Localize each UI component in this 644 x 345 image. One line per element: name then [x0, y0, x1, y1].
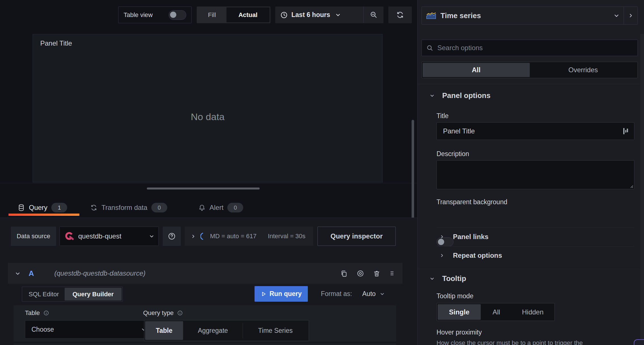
query-builder-panel: Table Query type Choose Table Aggregate … — [14, 305, 396, 342]
run-query-button[interactable]: Run query — [255, 286, 308, 302]
refresh-icon — [396, 11, 404, 19]
tooltip-mode-all[interactable]: All — [481, 304, 512, 320]
tooltip-mode-switch: Single All Hidden — [437, 303, 555, 321]
collapse-options-pane-button[interactable] — [624, 7, 637, 24]
question-circle-icon — [168, 232, 176, 240]
query-type-table[interactable]: Table — [145, 321, 183, 340]
database-icon — [18, 204, 25, 212]
resize-handle-icon[interactable] — [629, 184, 633, 188]
chevron-down-icon — [430, 93, 434, 98]
datasource-help-button[interactable] — [163, 227, 181, 246]
filter-all-tab[interactable]: All — [423, 63, 530, 77]
table-select[interactable]: Choose — [25, 320, 152, 338]
title-field-label: Title — [437, 112, 449, 120]
search-icon — [426, 44, 433, 52]
tab-transform-label: Transform data — [101, 204, 147, 212]
tab-alert-count: 0 — [227, 203, 243, 212]
datasource-label: Data source — [11, 227, 56, 246]
query-options-summary[interactable]: MD = auto = 617 Interval = 30s — [185, 227, 313, 246]
bell-icon — [198, 204, 206, 212]
right-scrollbar-track[interactable] — [640, 34, 644, 345]
drag-handle-icon[interactable] — [389, 269, 395, 277]
format-as-label: Format as: — [321, 290, 352, 298]
filter-overrides-tab[interactable]: Overrides — [530, 63, 637, 77]
hide-query-eye-icon[interactable] — [356, 270, 365, 277]
query-datasource-hint: (questdb-questdb-datasource) — [54, 269, 146, 277]
chevron-right-icon — [191, 234, 195, 238]
panel-links-section-header[interactable]: Panel links — [440, 233, 488, 241]
max-datapoints-summary: MD = auto = 617 — [210, 233, 257, 240]
time-range-button[interactable]: Last 6 hours — [275, 7, 363, 23]
table-view-toggle-button[interactable]: Table view — [118, 7, 192, 23]
refresh-dashboard-button[interactable] — [388, 7, 412, 23]
interval-summary: Interval = 30s — [268, 233, 306, 240]
tooltip-mode-label: Tooltip mode — [437, 292, 473, 300]
play-icon — [261, 291, 266, 297]
delete-query-trash-icon[interactable] — [373, 270, 380, 277]
visualization-select[interactable]: Time series — [422, 11, 624, 20]
info-circle-icon[interactable] — [177, 310, 183, 316]
toggle-knob — [170, 12, 176, 18]
chevron-down-icon — [430, 276, 434, 281]
query-type-switch: Table Aggregate Time Series — [144, 320, 309, 341]
zoom-out-time-range-button[interactable] — [364, 7, 384, 23]
active-tab-underline — [9, 214, 79, 216]
query-builder-option[interactable]: Query Builder — [65, 288, 122, 301]
tooltip-mode-single[interactable]: Single — [438, 304, 481, 320]
panel-description-input[interactable] — [437, 161, 634, 189]
horizontal-scrollbar[interactable] — [147, 188, 260, 189]
query-type-aggregate[interactable]: Aggregate — [183, 321, 243, 340]
query-type-time-series[interactable]: Time Series — [243, 321, 308, 340]
time-range-label: Last 6 hours — [291, 11, 330, 19]
description-field-label: Description — [437, 150, 469, 158]
table-view-label: Table view — [124, 11, 153, 19]
panel-options-section-header[interactable]: Panel options — [430, 91, 490, 100]
tab-alert[interactable]: Alert 0 — [198, 198, 243, 217]
info-circle-icon[interactable] — [43, 310, 49, 316]
divider — [437, 246, 634, 246]
hover-proximity-label: Hover proximity — [437, 329, 482, 336]
table-view-toggle[interactable] — [169, 10, 186, 20]
chevron-down-icon — [149, 234, 154, 238]
tab-transform-data[interactable]: Transform data 0 — [90, 198, 167, 217]
datasource-picker[interactable]: questdb-quest — [60, 227, 159, 246]
tooltip-section-header[interactable]: Tooltip — [430, 274, 466, 283]
panel-header-title[interactable]: Panel Title — [40, 39, 72, 47]
options-search-input[interactable] — [437, 44, 633, 52]
visualization-name: Time series — [440, 11, 481, 20]
panel-title-field[interactable] — [437, 122, 634, 140]
questdb-logo-icon — [64, 231, 75, 241]
chevron-down-icon — [336, 12, 340, 17]
grafana-panel-editor: { "toolbar": { "table_view_label": "Tabl… — [0, 0, 644, 345]
query-inspector-button[interactable]: Query inspector — [317, 227, 396, 246]
format-as-select[interactable]: Auto — [362, 290, 384, 298]
chevron-right-icon — [440, 254, 444, 257]
loading-spinner-fragment — [200, 233, 203, 240]
corner-widget-fragment[interactable] — [634, 339, 644, 345]
panel-preview[interactable]: Panel Title No data — [33, 34, 383, 182]
left-vertical-scrollbar[interactable] — [412, 120, 414, 227]
chevron-down-icon — [614, 13, 619, 18]
divider — [418, 269, 644, 269]
repeat-options-section-header[interactable]: Repeat options — [440, 252, 502, 259]
divider — [437, 227, 634, 228]
panel-description-field[interactable] — [437, 160, 634, 189]
suggestions-bars-icon[interactable] — [623, 127, 628, 135]
panel-title-input[interactable] — [442, 127, 623, 135]
options-search[interactable] — [421, 40, 638, 56]
actual-option[interactable]: Actual — [226, 7, 270, 22]
pane-resize-divider[interactable] — [0, 183, 417, 183]
sql-editor-option[interactable]: SQL Editor — [23, 288, 65, 301]
chevron-right-icon — [440, 235, 444, 239]
next-builder-row-edge — [14, 343, 396, 345]
time-range-picker: Last 6 hours — [275, 7, 384, 23]
options-filter-tabs: All Overrides — [421, 62, 638, 78]
query-row-header[interactable]: A (questdb-questdb-datasource) — [8, 263, 402, 284]
tooltip-mode-hidden[interactable]: Hidden — [512, 304, 554, 320]
hover-proximity-description: How close the cursor must be to a point … — [437, 339, 634, 345]
editor-mode-switch: SQL Editor Query Builder — [22, 287, 123, 302]
time-series-chart-icon — [426, 12, 436, 20]
collapse-chevron-down-icon[interactable] — [15, 271, 20, 276]
duplicate-query-icon[interactable] — [340, 270, 348, 277]
fill-option[interactable]: Fill — [198, 7, 226, 22]
